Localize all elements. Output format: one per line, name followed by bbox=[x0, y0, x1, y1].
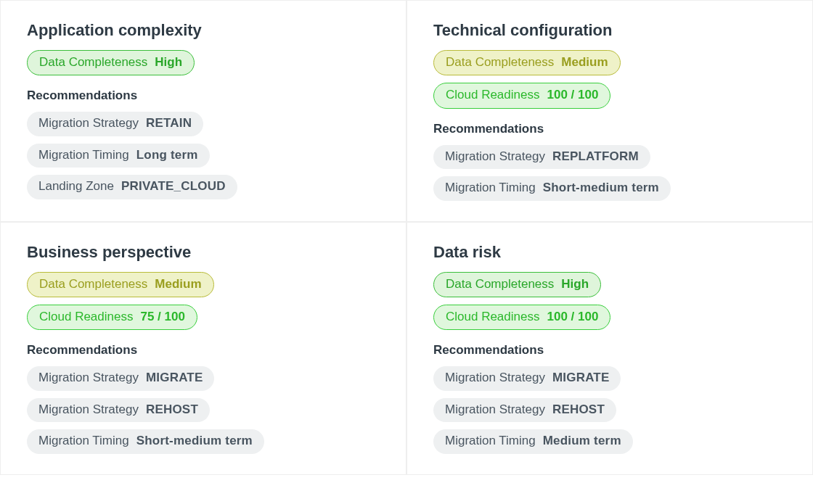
chip-value: REPLATFORM bbox=[552, 149, 639, 164]
recommendations-list: Migration Strategy RETAIN Migration Timi… bbox=[27, 112, 383, 199]
chip-value: REHOST bbox=[552, 402, 605, 417]
recommendations-heading: Recommendations bbox=[433, 122, 789, 136]
pill-label: Data Completeness bbox=[39, 55, 147, 70]
status-pills: Data Completeness Medium Cloud Readiness… bbox=[433, 50, 789, 109]
chip-landing-zone: Landing Zone PRIVATE_CLOUD bbox=[27, 175, 237, 199]
card-application-complexity: Application complexity Data Completeness… bbox=[0, 0, 406, 222]
card-title: Data risk bbox=[433, 243, 789, 262]
pill-value: 100 / 100 bbox=[547, 88, 598, 102]
chip-value: REHOST bbox=[146, 402, 198, 417]
chip-label: Migration Timing bbox=[38, 148, 129, 162]
recommendations-heading: Recommendations bbox=[433, 343, 789, 358]
chip-label: Migration Timing bbox=[38, 434, 129, 448]
chip-value: Long term bbox=[136, 148, 198, 162]
chip-label: Migration Strategy bbox=[38, 402, 139, 417]
chip-migration-strategy: Migration Strategy MIGRATE bbox=[433, 366, 621, 390]
pill-label: Data Completeness bbox=[446, 55, 554, 70]
chip-migration-timing: Migration Timing Short-medium term bbox=[433, 176, 671, 200]
status-pills: Data Completeness High Cloud Readiness 1… bbox=[433, 272, 789, 331]
chip-migration-strategy: Migration Strategy REPLATFORM bbox=[433, 145, 650, 169]
pill-label: Cloud Readiness bbox=[446, 88, 539, 102]
chip-value: Medium term bbox=[543, 434, 621, 448]
assessment-grid: Application complexity Data Completeness… bbox=[0, 0, 813, 475]
pill-label: Data Completeness bbox=[39, 277, 147, 292]
chip-label: Migration Strategy bbox=[445, 371, 545, 385]
pill-label: Cloud Readiness bbox=[446, 310, 539, 324]
pill-value: High bbox=[561, 277, 589, 292]
recommendations-heading: Recommendations bbox=[27, 343, 383, 358]
chip-label: Migration Strategy bbox=[38, 371, 139, 385]
card-business-perspective: Business perspective Data Completeness M… bbox=[0, 222, 406, 475]
chip-migration-timing: Migration Timing Short-medium term bbox=[27, 429, 264, 453]
pill-value: Medium bbox=[561, 55, 608, 70]
chip-value: PRIVATE_CLOUD bbox=[121, 179, 226, 194]
status-pills: Data Completeness High bbox=[27, 50, 383, 75]
chip-value: RETAIN bbox=[146, 116, 192, 131]
chip-label: Migration Timing bbox=[445, 434, 536, 448]
recommendations-heading: Recommendations bbox=[27, 88, 383, 103]
chip-label: Migration Strategy bbox=[445, 402, 545, 417]
chip-value: Short-medium term bbox=[136, 434, 253, 448]
chip-label: Migration Strategy bbox=[38, 116, 139, 131]
pill-label: Data Completeness bbox=[446, 277, 554, 292]
chip-value: Short-medium term bbox=[543, 181, 659, 195]
chip-label: Landing Zone bbox=[38, 179, 114, 194]
card-title: Business perspective bbox=[27, 243, 383, 262]
pill-data-completeness: Data Completeness High bbox=[433, 272, 601, 297]
chip-migration-strategy: Migration Strategy MIGRATE bbox=[27, 366, 214, 390]
card-data-risk: Data risk Data Completeness High Cloud R… bbox=[406, 222, 813, 475]
chip-value: MIGRATE bbox=[552, 371, 610, 385]
pill-data-completeness: Data Completeness Medium bbox=[433, 50, 621, 75]
recommendations-list: Migration Strategy MIGRATE Migration Str… bbox=[433, 366, 789, 453]
chip-migration-strategy: Migration Strategy REHOST bbox=[433, 398, 616, 422]
card-technical-configuration: Technical configuration Data Completenes… bbox=[406, 0, 813, 222]
chip-label: Migration Timing bbox=[445, 181, 536, 195]
pill-cloud-readiness: Cloud Readiness 75 / 100 bbox=[27, 305, 197, 330]
pill-data-completeness: Data Completeness High bbox=[27, 50, 195, 75]
card-title: Application complexity bbox=[27, 21, 383, 40]
chip-label: Migration Strategy bbox=[445, 149, 545, 164]
chip-value: MIGRATE bbox=[146, 371, 203, 385]
chip-migration-timing: Migration Timing Medium term bbox=[433, 429, 633, 453]
pill-value: Medium bbox=[155, 277, 201, 292]
chip-migration-strategy: Migration Strategy RETAIN bbox=[27, 112, 203, 136]
pill-value: 75 / 100 bbox=[140, 310, 184, 324]
pill-value: High bbox=[155, 55, 182, 70]
pill-cloud-readiness: Cloud Readiness 100 / 100 bbox=[433, 83, 610, 108]
pill-label: Cloud Readiness bbox=[39, 310, 133, 324]
status-pills: Data Completeness Medium Cloud Readiness… bbox=[27, 272, 383, 331]
pill-cloud-readiness: Cloud Readiness 100 / 100 bbox=[433, 305, 610, 330]
chip-migration-timing: Migration Timing Long term bbox=[27, 144, 210, 168]
card-title: Technical configuration bbox=[433, 21, 789, 40]
recommendations-list: Migration Strategy MIGRATE Migration Str… bbox=[27, 366, 383, 453]
chip-migration-strategy: Migration Strategy REHOST bbox=[27, 398, 210, 422]
recommendations-list: Migration Strategy REPLATFORM Migration … bbox=[433, 145, 789, 201]
pill-data-completeness: Data Completeness Medium bbox=[27, 272, 214, 297]
pill-value: 100 / 100 bbox=[547, 310, 598, 324]
